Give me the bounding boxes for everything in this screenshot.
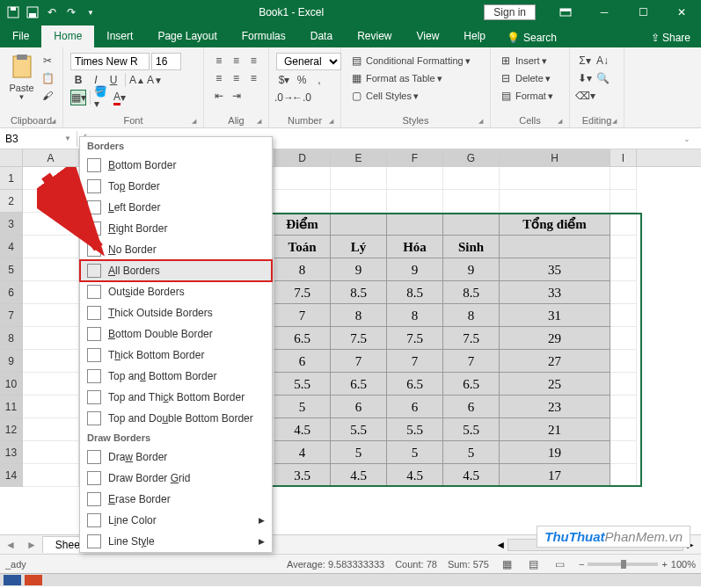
cell[interactable]: 25 — [500, 373, 610, 396]
cell[interactable] — [23, 441, 79, 464]
tab-file[interactable]: File — [0, 25, 41, 47]
cell[interactable]: 6.5 — [331, 373, 387, 396]
redo-icon[interactable]: ↷ — [63, 4, 79, 20]
paste-button[interactable]: Paste ▼ — [5, 51, 38, 115]
format-cells-button[interactable]: ▤Format▾ — [498, 88, 562, 104]
sheet-nav-next[interactable]: ► — [21, 539, 42, 551]
cell[interactable] — [443, 167, 500, 190]
cell[interactable] — [331, 167, 387, 190]
align-center-icon[interactable]: ≡ — [229, 70, 245, 86]
cut-icon[interactable]: ✂ — [40, 53, 55, 69]
format-as-table-button[interactable]: ▦Format as Table▾ — [348, 70, 483, 86]
zoom-out-icon[interactable]: − — [579, 559, 584, 570]
border-menu-item[interactable]: Line Color▶ — [80, 510, 272, 531]
cell[interactable]: 5.5 — [274, 373, 331, 396]
cell[interactable] — [23, 373, 79, 396]
border-menu-item[interactable]: Erase Border — [80, 489, 272, 510]
tell-me-search[interactable]: 💡 Search — [498, 28, 566, 47]
font-size-input[interactable] — [151, 53, 181, 70]
align-mid-icon[interactable]: ≡ — [229, 53, 245, 69]
expand-formula-icon[interactable]: ⌄ — [683, 134, 696, 143]
cell[interactable]: Lý — [331, 236, 387, 258]
format-painter-icon[interactable]: 🖌 — [40, 88, 55, 104]
undo-icon[interactable]: ↶ — [44, 4, 60, 20]
cell[interactable]: 21 — [500, 418, 610, 441]
cell[interactable] — [23, 304, 79, 327]
indent-dec-icon[interactable]: ⇤ — [211, 88, 227, 104]
cell[interactable]: 27 — [500, 350, 610, 373]
cell[interactable] — [610, 236, 637, 258]
dec-decimal-icon[interactable]: ←.0 — [294, 90, 310, 105]
cell[interactable]: Hóa — [387, 236, 443, 258]
cell[interactable]: 5 — [443, 441, 500, 464]
row-header[interactable]: 12 — [0, 418, 23, 441]
cell[interactable] — [610, 190, 637, 213]
cell-styles-button[interactable]: ▢Cell Styles▾ — [348, 88, 483, 104]
cell[interactable]: 4.5 — [274, 418, 331, 441]
cell[interactable] — [500, 236, 610, 258]
cell[interactable] — [23, 281, 79, 304]
zoom-control[interactable]: − + 100% — [579, 559, 696, 570]
cell[interactable] — [23, 167, 79, 190]
scroll-left-icon[interactable]: ◄ — [495, 539, 506, 551]
border-menu-item[interactable]: Thick Outside Borders — [80, 302, 272, 323]
cell[interactable]: 3.5 — [274, 464, 331, 487]
cell[interactable] — [274, 190, 331, 213]
border-menu-item[interactable]: Left Border — [80, 197, 272, 218]
cell[interactable]: 5 — [274, 396, 331, 418]
align-right-icon[interactable]: ≡ — [245, 70, 261, 86]
cell[interactable] — [23, 327, 79, 350]
tab-page-layout[interactable]: Page Layout — [145, 25, 229, 47]
cell[interactable] — [610, 281, 637, 304]
cell[interactable]: 6 — [274, 350, 331, 373]
cell[interactable]: 6.5 — [443, 373, 500, 396]
percent-icon[interactable]: % — [294, 72, 310, 88]
cell[interactable]: 17 — [500, 464, 610, 487]
row-header[interactable]: 13 — [0, 441, 23, 464]
delete-cells-button[interactable]: ⊟Delete▾ — [498, 70, 562, 86]
cell[interactable]: 33 — [500, 281, 610, 304]
align-top-icon[interactable]: ≡ — [211, 53, 227, 69]
cell[interactable]: 5.5 — [443, 418, 500, 441]
find-icon[interactable]: 🔍 — [595, 70, 610, 86]
cell[interactable] — [443, 213, 500, 236]
cell[interactable]: 6 — [331, 396, 387, 418]
cell[interactable] — [274, 167, 331, 190]
insert-cells-button[interactable]: ⊞Insert▾ — [498, 53, 562, 69]
col-header[interactable]: A — [23, 149, 79, 166]
cell[interactable] — [500, 190, 610, 213]
cell[interactable]: 4.5 — [443, 464, 500, 487]
cell[interactable]: 9 — [443, 258, 500, 281]
cell[interactable]: 4.5 — [387, 464, 443, 487]
col-header[interactable]: E — [331, 149, 387, 166]
cell[interactable]: 5.5 — [387, 418, 443, 441]
cell[interactable]: 7.5 — [443, 327, 500, 350]
cell[interactable] — [610, 258, 637, 281]
maximize-icon[interactable]: ☐ — [624, 0, 662, 25]
tab-formulas[interactable]: Formulas — [230, 25, 298, 47]
word-icon[interactable] — [4, 575, 21, 585]
cell[interactable]: 8.5 — [331, 281, 387, 304]
clear-icon[interactable]: ⌫▾ — [577, 88, 593, 104]
sort-icon[interactable]: A↓ — [595, 53, 610, 69]
cell[interactable]: Sinh — [443, 236, 500, 258]
cell[interactable] — [610, 464, 637, 487]
select-all-corner[interactable] — [0, 149, 23, 166]
grow-font-icon[interactable]: A▲ — [129, 72, 145, 88]
cell[interactable] — [23, 213, 79, 236]
tab-view[interactable]: View — [405, 25, 452, 47]
cell[interactable] — [23, 190, 79, 213]
border-menu-item[interactable]: All Borders — [80, 260, 272, 281]
cell[interactable] — [610, 373, 637, 396]
cell[interactable]: 6.5 — [274, 327, 331, 350]
cell[interactable]: 8 — [331, 304, 387, 327]
tab-help[interactable]: Help — [451, 25, 498, 47]
cell[interactable] — [610, 441, 637, 464]
border-menu-item[interactable]: Draw Border Grid — [80, 468, 272, 489]
cell[interactable] — [610, 167, 637, 190]
comma-icon[interactable]: , — [311, 72, 327, 88]
align-left-icon[interactable]: ≡ — [211, 70, 227, 86]
autosum-icon[interactable]: Σ▾ — [577, 53, 593, 69]
row-header[interactable]: 14 — [0, 464, 23, 487]
inc-decimal-icon[interactable]: .0→ — [276, 90, 292, 105]
